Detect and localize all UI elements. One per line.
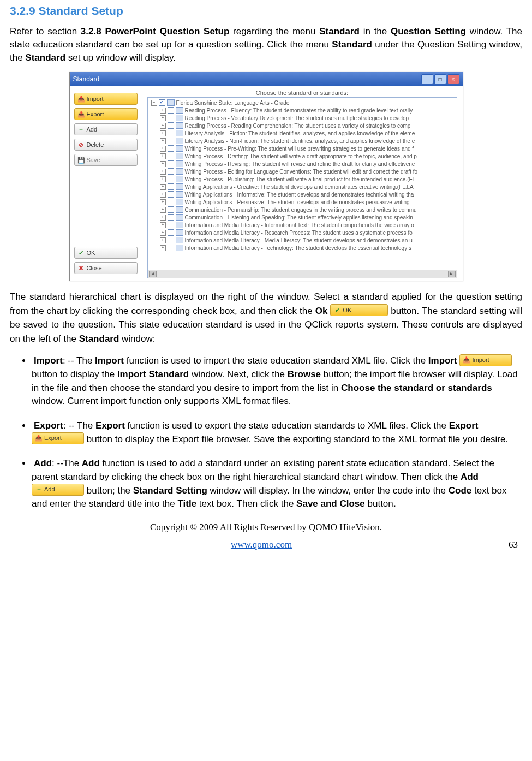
tree-node[interactable]: +Literary Analysis - Non-Fiction: The st…	[150, 137, 457, 145]
expand-icon[interactable]: +	[160, 169, 166, 175]
checkbox[interactable]	[168, 222, 174, 228]
text: function is used to import the state edu…	[124, 355, 428, 366]
tree-node[interactable]: +Reading Process - Fluency: The student …	[150, 106, 457, 114]
scroll-left-icon[interactable]: ◄	[149, 271, 157, 277]
expand-icon[interactable]: +	[160, 215, 166, 221]
expand-icon[interactable]: +	[160, 199, 166, 205]
ok-word: Ok	[315, 306, 328, 316]
expand-icon[interactable]: +	[160, 153, 166, 159]
expand-icon[interactable]: +	[160, 123, 166, 129]
collapse-icon[interactable]: −	[151, 100, 157, 106]
tree-node[interactable]: +Information and Media Literacy - Media …	[150, 236, 457, 244]
export-icon: 📤	[78, 111, 85, 117]
tree-node[interactable]: +Writing Process - Publishing: The stude…	[150, 175, 457, 183]
expand-icon[interactable]: +	[160, 115, 166, 121]
folder-icon	[176, 191, 183, 198]
expand-icon[interactable]: +	[160, 222, 166, 228]
checkbox[interactable]	[168, 191, 174, 198]
node-label: Writing Process - Revising: The student …	[185, 161, 415, 167]
expand-icon[interactable]: +	[160, 176, 166, 182]
checkbox[interactable]	[168, 122, 174, 129]
save-button[interactable]: 💾 Save	[74, 154, 138, 166]
checkbox[interactable]	[168, 183, 174, 190]
tree-node[interactable]: +Writing Process - Revising: The student…	[150, 160, 457, 168]
checkbox[interactable]	[168, 229, 174, 236]
checkbox[interactable]	[168, 214, 174, 221]
feature-name: Export	[34, 420, 63, 431]
window-title: Standard	[73, 75, 100, 83]
ok-button[interactable]: ✔ OK	[74, 247, 138, 259]
expand-icon[interactable]: +	[160, 108, 166, 114]
standard-word: Standard	[79, 334, 119, 344]
save-close-word: Save and Close	[296, 498, 365, 509]
text: : -- The	[63, 355, 95, 366]
checkbox[interactable]	[168, 176, 174, 182]
import-button-inline[interactable]: 📥 Import	[459, 354, 512, 366]
checkbox[interactable]	[168, 245, 174, 251]
expand-icon[interactable]: +	[160, 207, 166, 213]
standards-tree[interactable]: − Florida Sunshine State: Language Arts …	[147, 97, 457, 278]
tree-node[interactable]: +Information and Media Literacy - Inform…	[150, 221, 457, 229]
horizontal-scrollbar[interactable]: ◄ ►	[148, 270, 457, 278]
expand-icon[interactable]: +	[160, 161, 166, 167]
maximize-button[interactable]: □	[434, 74, 446, 84]
import-button[interactable]: 📥 Import	[74, 93, 138, 105]
text: function is used to add a standard under…	[32, 458, 494, 482]
delete-button[interactable]: ⊘ Delete	[74, 139, 138, 151]
tree-node[interactable]: +Writing Applications - Persuasive: The …	[150, 198, 457, 206]
expand-icon[interactable]: +	[160, 192, 166, 198]
tree-node[interactable]: +Writing Applications - Creative: The st…	[150, 183, 457, 191]
expand-icon[interactable]: +	[160, 184, 166, 190]
scroll-right-icon[interactable]: ►	[448, 271, 456, 277]
checkbox[interactable]	[168, 138, 174, 144]
check-icon: ✔	[334, 307, 340, 313]
tree-node[interactable]: +Information and Media Literacy - Resear…	[150, 229, 457, 236]
tree-node[interactable]: +Writing Applications - Informative: The…	[150, 191, 457, 198]
checkbox[interactable]	[159, 99, 165, 106]
tree-node-root[interactable]: − Florida Sunshine State: Language Arts …	[150, 99, 457, 106]
tree-node[interactable]: +Writing Process - Drafting: The student…	[150, 152, 457, 160]
close-sidebar-button[interactable]: ✖ Close	[74, 262, 138, 274]
tree-node[interactable]: +Reading Process - Reading Comprehension…	[150, 122, 457, 129]
expand-icon[interactable]: +	[160, 230, 166, 236]
standard-word: Standard	[319, 26, 360, 37]
checkbox[interactable]	[168, 168, 174, 175]
add-button[interactable]: ＋ Add	[74, 123, 138, 135]
feature-name: Import	[34, 355, 63, 366]
tree-node[interactable]: +Communication - Penmanship: The student…	[150, 206, 457, 213]
checkbox[interactable]	[168, 237, 174, 243]
checkbox[interactable]	[168, 206, 174, 213]
checkbox[interactable]	[168, 199, 174, 205]
tree-node[interactable]: +Literary Analysis - Fiction: The studen…	[150, 129, 457, 137]
export-button-inline[interactable]: 📤 Export	[32, 432, 84, 444]
expand-icon[interactable]: +	[160, 245, 166, 251]
minimize-button[interactable]: –	[421, 74, 433, 84]
label: Save	[87, 157, 100, 163]
text: button to display the Export file browse…	[84, 434, 508, 444]
node-label: Reading Process - Fluency: The student d…	[185, 108, 413, 114]
expand-icon[interactable]: +	[160, 130, 166, 136]
expand-icon[interactable]: +	[160, 146, 166, 152]
tree-node[interactable]: +Communication - Listening and Speaking:…	[150, 213, 457, 221]
tree-node[interactable]: +Writing Process - Editing for Language …	[150, 168, 457, 175]
checkbox[interactable]	[168, 153, 174, 159]
tree-node[interactable]: +Reading Process - Vocabulary Developmen…	[150, 114, 457, 122]
add-button-inline[interactable]: ＋ Add	[32, 484, 84, 496]
expand-icon[interactable]: +	[160, 237, 166, 243]
checkbox[interactable]	[168, 160, 174, 167]
checkbox[interactable]	[168, 115, 174, 121]
expand-icon[interactable]: +	[160, 138, 166, 144]
ok-button-inline[interactable]: ✔ OK	[330, 304, 388, 316]
close-button[interactable]: ×	[447, 74, 459, 84]
checkbox[interactable]	[168, 107, 174, 114]
title-word: Title	[177, 498, 196, 509]
feature-name: Add	[34, 458, 52, 468]
export-button[interactable]: 📤 Export	[74, 108, 138, 120]
label: Add	[44, 485, 55, 494]
checkbox[interactable]	[168, 130, 174, 136]
tree-node[interactable]: +Writing Process - Pre-Writing: The stud…	[150, 145, 457, 152]
tree-node[interactable]: +Information and Media Literacy - Techno…	[150, 244, 457, 252]
standard-window: Standard – □ × 📥 Import 📤 Export	[69, 72, 463, 281]
checkbox[interactable]	[168, 145, 174, 152]
website-link[interactable]: www.qomo.com	[231, 539, 292, 550]
